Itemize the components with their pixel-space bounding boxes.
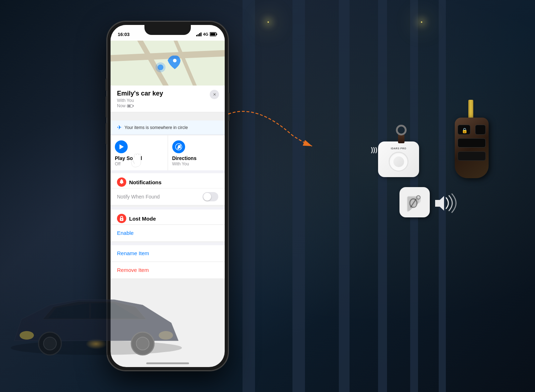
volume-up-button [106,96,107,118]
play-icon [118,144,124,150]
airplane-icon: ✈ [117,124,122,131]
fob-button-trunk [458,138,486,148]
svg-point-16 [173,59,177,62]
svg-point-15 [156,62,165,72]
action-row: Play Sound Off [111,135,225,172]
lock-icon [119,216,124,221]
vib-mark-1: ))) [371,146,377,154]
svg-point-4 [44,337,56,350]
remove-item-row[interactable]: Remove Item [111,262,225,278]
fob-panel [458,151,486,161]
play-sound-label: Play Sound [115,155,142,161]
svg-point-1 [20,331,34,340]
car-silhouette [7,284,185,363]
directions-button[interactable]: Directions With You [168,135,225,171]
hand-cursor [129,151,143,172]
svg-point-2 [159,331,173,340]
notify-toggle[interactable] [203,192,218,201]
rename-remove-section: Rename Item Remove Item [111,245,225,278]
garage-column [339,0,350,392]
enable-lost-mode-row[interactable]: Enable [111,225,225,241]
garage-column [243,0,255,392]
close-icon: ✕ [213,92,216,97]
signal-bar-2 [198,34,199,36]
enable-link: Enable [117,230,134,236]
section-divider-1 [111,170,225,173]
sound-waves [433,194,460,215]
tracker-brand: IDARS PRO [391,147,406,150]
finder-app-icon [399,187,430,217]
notify-when-found-label: Notify When Found [117,194,160,200]
directions-label: Directions [172,155,197,161]
lost-mode-section: Lost Mode Enable [111,210,225,241]
battery-icon [210,32,218,36]
tracker-body: IDARS PRO [378,141,419,177]
map-area [111,41,225,87]
notifications-section: Notifications Notify When Found [111,173,225,205]
notifications-title: Notifications [129,179,162,185]
close-button[interactable]: ✕ [210,90,219,99]
sound-waves-svg [433,194,460,213]
fob-button-lock: 🔒 [458,125,470,135]
volume-down-button [106,123,107,144]
lock-button-icon: 🔒 [458,125,471,135]
signal-bar-3 [199,33,200,36]
signal-bar-1 [196,35,197,36]
directions-icon [172,140,185,153]
item-header: Emily's car key With You Now ✕ [111,86,225,112]
svg-marker-17 [119,144,124,149]
svg-point-21 [121,219,122,220]
svg-rect-9 [210,33,215,36]
item-name: Emily's car key [117,90,218,97]
svg-point-6 [136,337,149,350]
rename-item-link: Rename Item [117,250,149,256]
svg-rect-8 [216,33,217,35]
key-ring [396,125,407,135]
signal-bars [196,32,202,36]
status-icons: 4G [196,29,218,36]
remove-item-link: Remove Item [117,267,149,273]
directions-sub: With You [172,161,189,166]
tracker-device: IDARS PRO ))) [378,125,424,167]
lost-mode-title: Lost Mode [129,216,156,222]
garage-column [292,0,305,392]
play-sound-sub: Off [115,161,121,166]
notifications-icon [117,177,126,187]
item-time-label: Now [117,103,126,108]
network-type: 4G [203,32,208,36]
power-button [228,93,230,121]
fob-button-unlock [475,125,486,135]
alert-banner: ✈ Your items is somewhere in circle [111,120,225,135]
svg-point-0 [11,341,182,355]
item-time: Now [117,103,218,108]
tracker-button-inner [393,156,404,167]
tracker-button [389,152,408,171]
svg-rect-10 [111,41,225,87]
notch [144,25,191,35]
item-status: With You [117,98,218,103]
mute-button [106,78,107,91]
item-battery [127,104,133,108]
svg-text:🔒: 🔒 [462,128,468,134]
notify-when-found-row: Notify When Found [111,188,225,205]
section-divider-2 [111,207,225,210]
leather-strap [398,134,404,143]
bell-icon [119,179,124,185]
app-icon-svg [405,192,424,212]
ceiling-light [421,21,422,23]
map-svg [111,41,225,87]
rename-item-row[interactable]: Rename Item [111,245,225,262]
play-sound-icon [115,140,128,153]
lost-mode-header: Lost Mode [111,210,225,225]
notifications-header: Notifications [111,173,225,188]
section-divider-3 [111,242,225,245]
status-time: 16:03 [118,29,129,37]
lost-mode-icon [117,214,126,223]
key-fob-body: 🔒 [455,118,489,178]
ceiling-light [268,21,269,23]
keyfob-area: IDARS PRO ))) 🔒 [378,96,492,232]
signal-bar-4 [200,32,202,36]
play-sound-button[interactable]: Play Sound Off [111,135,168,171]
alert-text: Your items is somewhere in circle [124,125,188,130]
nav-icon [175,143,182,150]
